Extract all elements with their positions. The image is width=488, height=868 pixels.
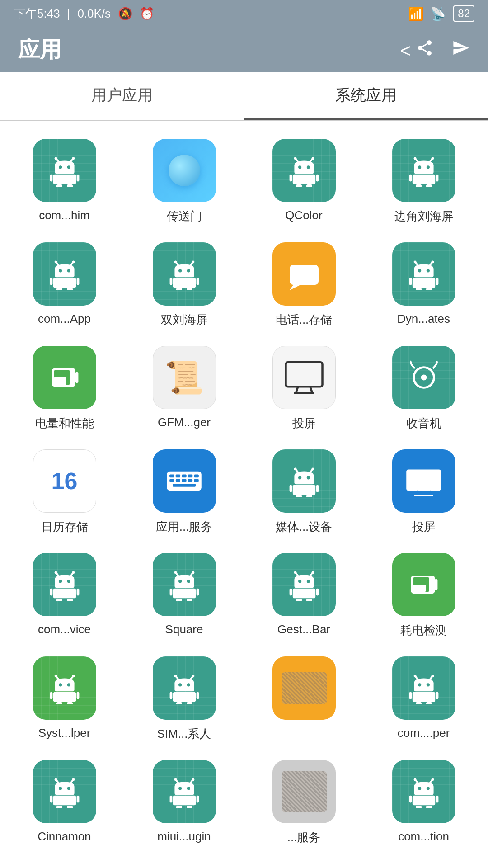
app-item-23[interactable] — [244, 647, 364, 751]
app-label-12: 收音机 — [406, 415, 441, 431]
svg-rect-19 — [316, 175, 319, 182]
svg-point-200 — [431, 778, 434, 781]
svg-point-119 — [192, 571, 194, 574]
app-item-20[interactable]: 耗电检测 — [364, 544, 483, 647]
svg-rect-114 — [56, 599, 62, 601]
app-label-21: Syst...lper — [38, 726, 91, 740]
svg-point-132 — [306, 580, 310, 583]
app-item-9[interactable]: 电量和性能 — [5, 337, 124, 440]
svg-rect-113 — [76, 589, 79, 596]
svg-point-191 — [187, 787, 190, 790]
app-item-21[interactable]: Syst...lper — [5, 647, 124, 751]
svg-rect-20 — [296, 184, 302, 187]
svg-rect-181 — [53, 796, 75, 806]
app-label-16: 投屏 — [412, 519, 436, 535]
app-item-19[interactable]: Gest...Bar — [244, 544, 364, 647]
svg-rect-136 — [296, 599, 302, 601]
app-item-27[interactable]: ...服务 — [244, 751, 364, 854]
svg-rect-126 — [187, 599, 192, 601]
svg-rect-98 — [316, 485, 319, 492]
svg-rect-72 — [286, 362, 322, 387]
status-right: 📶 📡 82 — [408, 5, 474, 22]
svg-point-168 — [418, 683, 421, 686]
svg-point-5 — [67, 165, 70, 169]
svg-rect-99 — [296, 495, 302, 497]
app-item-17[interactable]: com...vice — [5, 544, 124, 647]
app-label-3: QColor — [285, 208, 322, 222]
app-item-14[interactable]: 应用...服务 — [124, 440, 244, 544]
svg-rect-115 — [67, 599, 73, 601]
app-item-15[interactable]: 媒体...设备 — [244, 440, 364, 544]
svg-rect-185 — [67, 806, 73, 808]
svg-point-106 — [54, 571, 57, 574]
app-item-6[interactable]: 双刘海屏 — [124, 233, 244, 337]
svg-rect-6 — [53, 175, 75, 184]
svg-rect-8 — [76, 175, 79, 182]
svg-rect-182 — [50, 796, 52, 803]
status-network: 0.0K/s — [77, 7, 111, 21]
app-label-10: GFM...ger — [158, 415, 211, 429]
app-label-5: com...App — [38, 312, 91, 326]
svg-point-1 — [54, 157, 57, 160]
app-item-1[interactable]: com...him — [5, 130, 124, 233]
status-mute-icon: 🔕 — [118, 7, 132, 21]
svg-point-165 — [413, 675, 416, 677]
send-icon[interactable] — [452, 39, 470, 61]
share-icon[interactable]: < — [400, 39, 434, 61]
tab-user-apps[interactable]: 用户应用 — [0, 72, 244, 120]
svg-rect-206 — [416, 806, 422, 808]
app-item-2[interactable]: 传送门 — [124, 130, 244, 233]
app-item-3[interactable]: QColor — [244, 130, 364, 233]
app-item-22[interactable]: SIM...系人 — [124, 647, 244, 751]
app-label-7: 电话...存储 — [276, 312, 333, 328]
svg-rect-124 — [196, 589, 199, 596]
app-item-24[interactable]: com....per — [364, 647, 483, 751]
svg-point-158 — [187, 683, 190, 686]
app-item-25[interactable]: Cinnamon — [5, 751, 124, 854]
svg-point-131 — [298, 580, 301, 583]
app-item-12[interactable]: 收音机 — [364, 337, 483, 440]
svg-point-121 — [187, 580, 190, 583]
signal-icon: 📶 — [408, 6, 423, 21]
svg-rect-162 — [176, 702, 182, 704]
app-item-8[interactable]: Dyn...ates — [364, 233, 483, 337]
svg-rect-111 — [53, 589, 75, 599]
app-item-7[interactable]: 电话...存储 — [244, 233, 364, 337]
app-item-5[interactable]: com...App — [5, 233, 124, 337]
svg-rect-64 — [409, 278, 412, 285]
svg-rect-54 — [187, 288, 192, 290]
svg-rect-112 — [50, 589, 52, 596]
svg-point-4 — [59, 165, 62, 169]
app-label-2: 传送门 — [167, 208, 202, 224]
app-item-28[interactable]: com...tion — [364, 751, 483, 854]
app-item-13[interactable]: 16 日历存储 — [5, 440, 124, 544]
svg-rect-152 — [67, 702, 73, 704]
svg-point-178 — [72, 778, 75, 781]
app-item-11[interactable]: 投屏 — [244, 337, 364, 440]
svg-point-180 — [67, 787, 70, 790]
svg-point-49 — [187, 269, 190, 272]
svg-rect-84 — [169, 479, 174, 482]
svg-point-91 — [294, 467, 296, 470]
svg-rect-69 — [75, 372, 78, 383]
svg-point-15 — [298, 165, 301, 169]
app-label-26: miui...ugin — [157, 830, 211, 844]
svg-point-120 — [178, 580, 182, 583]
app-item-18[interactable]: Square — [124, 544, 244, 647]
app-item-26[interactable]: miui...ugin — [124, 751, 244, 854]
app-item-10[interactable]: 📜 GFM...ger — [124, 337, 244, 440]
svg-point-77 — [421, 375, 427, 381]
app-item-4[interactable]: 边角刘海屏 — [364, 130, 483, 233]
svg-point-26 — [418, 165, 421, 169]
svg-point-25 — [431, 157, 434, 160]
app-label-24: com....per — [398, 726, 450, 740]
tab-bar: 用户应用 系统应用 — [0, 72, 488, 121]
svg-rect-196 — [187, 806, 192, 808]
svg-rect-195 — [176, 806, 182, 808]
svg-point-117 — [174, 571, 177, 574]
tab-system-apps[interactable]: 系统应用 — [244, 72, 488, 120]
app-item-16[interactable]: 投屏 — [364, 440, 483, 544]
status-alarm-icon: ⏰ — [140, 7, 154, 21]
svg-rect-149 — [50, 692, 52, 699]
svg-point-130 — [311, 571, 314, 574]
